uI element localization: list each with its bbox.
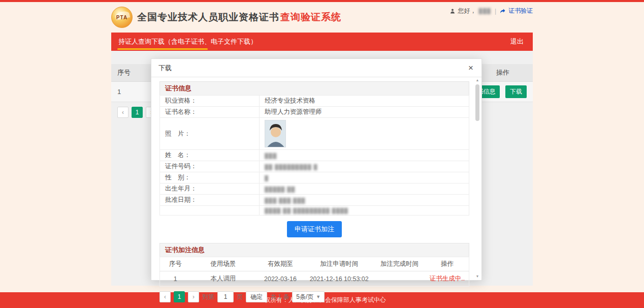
modal-pagination: ‹ 1 › 到第 页 确定 共 1 条 5条/页 ▼ (159, 287, 469, 303)
close-icon[interactable]: × (467, 64, 474, 72)
username-masked: ███ (479, 8, 491, 14)
field-label: 证件号码： (160, 161, 260, 172)
row-seq-value: 1 (117, 88, 121, 96)
masked-value: ███ ███ ███ (265, 198, 305, 203)
field-value: ███ ███ ███ (260, 195, 469, 206)
modal-page-prev-button[interactable]: ‹ (159, 291, 171, 302)
annotation-table: 序号 使用场景 有效期至 加注申请时间 加注完成时间 操作 1 本人调用 202… (159, 257, 469, 287)
masked-value: █ (265, 175, 269, 181)
total-count-label: 共 1 条 (270, 293, 289, 301)
main-container: PTA 全国专业技术人员职业资格证书查询验证系统 您好，███ | 证书验证 持… (111, 2, 533, 286)
field-row-qualification: 职业资格： 经济专业技术资格 (160, 96, 469, 107)
page: PTA 全国专业技术人员职业资格证书查询验证系统 您好，███ | 证书验证 持… (0, 0, 644, 308)
modal-title: 下载 (158, 64, 172, 73)
masked-value: █████ ██ (265, 187, 295, 192)
annot-col-complete-time: 加注完成时间 (373, 257, 426, 271)
field-label: 性 别： (160, 172, 260, 183)
download-modal: 下载 × 证书信息 职业资格： 经济专业技术资格 证书名称： 助理人力资源管理师 (151, 58, 482, 281)
field-row-id-number: 证件号码： ██ █████████ █ (160, 161, 469, 172)
apply-annotation-button[interactable]: 申请证书加注 (287, 221, 342, 237)
field-label: 姓 名： (160, 150, 260, 161)
annot-col-seq: 序号 (160, 257, 191, 271)
certificate-photo (265, 120, 286, 147)
annotation-table-row: 1 本人调用 2022-03-16 2021-12-16 10:53:02 证书… (160, 271, 469, 287)
field-value: █████ ██ (260, 183, 469, 195)
nav-tab-label: 持证人查询下载（含电子证书、电子文件下载） (118, 37, 257, 46)
field-row-birth-date: 出生年月： █████ ██ (160, 183, 469, 195)
field-value: █ (260, 172, 469, 183)
field-value: 经济专业技术资格 (260, 96, 469, 107)
field-label: 职业资格： (160, 96, 260, 107)
masked-value: ███ (265, 153, 277, 159)
annot-valid-until: 2022-03-16 (255, 271, 305, 287)
site-title-main: 全国专业技术人员职业资格证书 (137, 12, 279, 22)
annot-apply-time: 2021-12-16 10:53:02 (305, 271, 373, 287)
goto-page-input[interactable] (217, 291, 234, 302)
field-value: ████ ██ █████████ ████ (260, 206, 469, 215)
annot-scene: 本人调用 (190, 271, 255, 287)
annot-col-valid-until: 有效期至 (255, 257, 305, 271)
cert-info-section-title: 证书信息 (159, 81, 469, 95)
per-page-select[interactable]: 5条/页 ▼ (292, 291, 325, 302)
column-seq: 序号 (117, 68, 131, 77)
scroll-up-icon[interactable]: ▲ (474, 78, 480, 82)
modal-header: 下载 × (151, 59, 481, 77)
content-panel: 序号 操作 1 证书信息 下载 ‹ 1 › 到第 下载 × (111, 51, 533, 286)
site-header: PTA 全国专业技术人员职业资格证书查询验证系统 您好，███ | 证书验证 (111, 2, 533, 33)
greeting-text: 您好， (458, 7, 476, 15)
annot-col-action: 操作 (426, 257, 469, 271)
chevron-down-icon: ▼ (316, 294, 320, 299)
field-row-cert-name: 证书名称： 助理人力资源管理师 (160, 107, 469, 118)
field-row-approval-date: 批准日期： ███ ███ ███ (160, 195, 469, 206)
site-title: 全国专业技术人员职业资格证书查询验证系统 (137, 11, 341, 24)
confirm-page-button[interactable]: 确定 (246, 291, 267, 302)
page-current-button[interactable]: 1 (132, 107, 143, 118)
page-prev-button[interactable]: ‹ (117, 107, 128, 118)
user-icon (449, 8, 456, 14)
verify-arrow-icon (500, 8, 506, 14)
field-label: 照 片： (160, 118, 260, 150)
masked-value: ████ ██ █████████ ████ (265, 208, 348, 213)
logout-button[interactable]: 退出 (501, 37, 533, 46)
annot-complete-time (373, 271, 426, 287)
pta-logo: PTA (111, 7, 133, 28)
scrollbar-thumb[interactable] (475, 84, 479, 121)
user-area: 您好，███ | 证书验证 (449, 7, 533, 15)
annotation-section-title: 证书加注信息 (159, 243, 469, 257)
field-value: 助理人力资源管理师 (260, 107, 469, 118)
annotation-table-header-row: 序号 使用场景 有效期至 加注申请时间 加注完成时间 操作 (160, 257, 469, 271)
field-label: 批准日期： (160, 195, 260, 206)
field-row-photo: 照 片： (160, 118, 469, 150)
scroll-down-icon[interactable]: ▼ (474, 274, 480, 278)
modal-body: 证书信息 职业资格： 经济专业技术资格 证书名称： 助理人力资源管理师 照 片： (151, 77, 481, 307)
masked-value: ██ █████████ █ (265, 164, 318, 170)
download-button[interactable]: 下载 (505, 85, 527, 98)
site-title-accent: 查询验证系统 (280, 12, 341, 22)
field-label: 出生年月： (160, 183, 260, 195)
field-value: ███ (260, 150, 469, 161)
field-value-photo-cell (260, 118, 469, 150)
cert-generating-link[interactable]: 证书生成中.. (430, 275, 465, 282)
annot-col-scene: 使用场景 (190, 257, 255, 271)
modal-page-suffix: 页 (237, 293, 243, 301)
field-label: 证书名称： (160, 107, 260, 118)
header-divider: | (495, 8, 496, 15)
field-row-gender: 性 别： █ (160, 172, 469, 183)
modal-page-next-button[interactable]: › (188, 291, 199, 302)
per-page-value: 5条/页 (296, 293, 313, 301)
field-value: ██ █████████ █ (260, 161, 469, 172)
tab-holder-query-download[interactable]: 持证人查询下载（含电子证书、电子文件下载） (111, 33, 264, 51)
modal-goto-label: 到第 (202, 293, 214, 301)
pta-logo-text: PTA (116, 15, 127, 20)
tab-active-underline (117, 48, 208, 50)
field-label (160, 206, 260, 215)
certificate-info-table: 职业资格： 经济专业技术资格 证书名称： 助理人力资源管理师 照 片： (159, 95, 469, 215)
photo-placeholder-graphic (265, 120, 286, 147)
nav-bar: 持证人查询下载（含电子证书、电子文件下载） 退出 (111, 33, 533, 51)
certificate-verify-link[interactable]: 证书验证 (508, 7, 533, 15)
modal-page-current-button[interactable]: 1 (174, 291, 185, 302)
column-action: 操作 (496, 68, 527, 77)
field-row-extra: ████ ██ █████████ ████ (160, 206, 469, 215)
field-row-name: 姓 名： ███ (160, 150, 469, 161)
modal-scrollbar: ▲ ▼ (474, 78, 480, 278)
